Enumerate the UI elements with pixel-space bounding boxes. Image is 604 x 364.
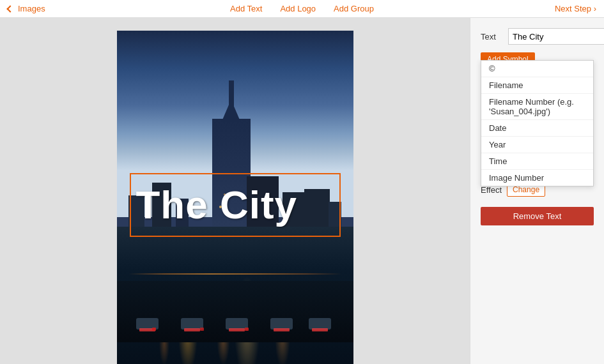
main-content: The City Text Add Symbol © Filename File…: [0, 18, 604, 364]
car-light-3: [245, 328, 249, 331]
dropdown-item-time[interactable]: Time: [481, 153, 593, 170]
dropdown-item-year[interactable]: Year: [481, 137, 593, 153]
remove-text-button[interactable]: Remove Text: [481, 207, 594, 225]
text-input[interactable]: [508, 28, 604, 45]
dropdown-item-filename-number[interactable]: Filename Number (e.g. 'Susan_004.jpg'): [481, 94, 593, 120]
top-nav-bar: Images Add Text Add Logo Add Group Next …: [0, 0, 604, 18]
next-step-link[interactable]: Next Step ›: [555, 4, 596, 13]
dropdown-item-date[interactable]: Date: [481, 120, 593, 137]
dropdown-item-copyright[interactable]: ©: [481, 61, 593, 77]
car-4: [270, 318, 293, 330]
car-5: [309, 318, 331, 330]
back-to-images[interactable]: Images: [8, 4, 45, 13]
add-logo-link[interactable]: Add Logo: [280, 4, 316, 13]
back-arrow-icon: [6, 5, 13, 12]
canvas-area: The City: [0, 18, 470, 364]
car-light-1: [152, 328, 156, 331]
text-selection-box[interactable]: The City: [130, 173, 341, 237]
add-group-link[interactable]: Add Group: [334, 4, 374, 13]
dropdown-item-image-number[interactable]: Image Number: [481, 170, 593, 186]
text-field-label: Text: [481, 32, 503, 42]
image-container[interactable]: The City: [117, 31, 353, 364]
car-light-2: [200, 328, 204, 331]
next-step-label: Next Step ›: [555, 4, 596, 13]
symbol-dropdown: © Filename Filename Number (e.g. 'Susan_…: [481, 60, 594, 186]
text-field-row: Text: [481, 28, 594, 45]
top-nav-center: Add Text Add Logo Add Group: [230, 4, 374, 13]
city-street-layer: [117, 281, 353, 342]
back-label: Images: [18, 4, 45, 13]
street-lights-line: [117, 273, 353, 275]
add-text-link[interactable]: Add Text: [230, 4, 262, 13]
dropdown-item-filename[interactable]: Filename: [481, 77, 593, 94]
overlay-text: The City: [131, 182, 298, 227]
right-panel: Text Add Symbol © Filename Filename Numb…: [470, 18, 604, 364]
